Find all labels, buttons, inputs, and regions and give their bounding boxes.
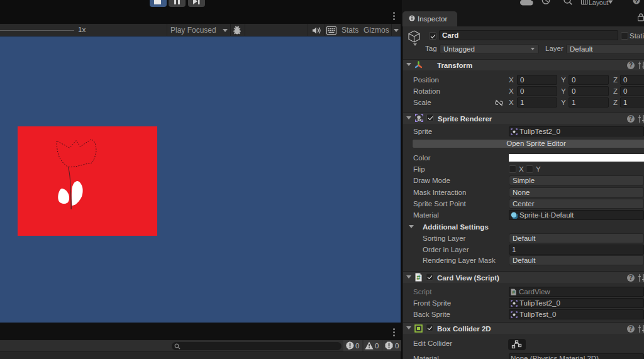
svg-text:Layout: Layout	[589, 0, 608, 6]
svg-text:#: #	[512, 289, 515, 295]
svg-text:#: #	[417, 273, 421, 281]
svg-text:?: ?	[635, 0, 638, 4]
